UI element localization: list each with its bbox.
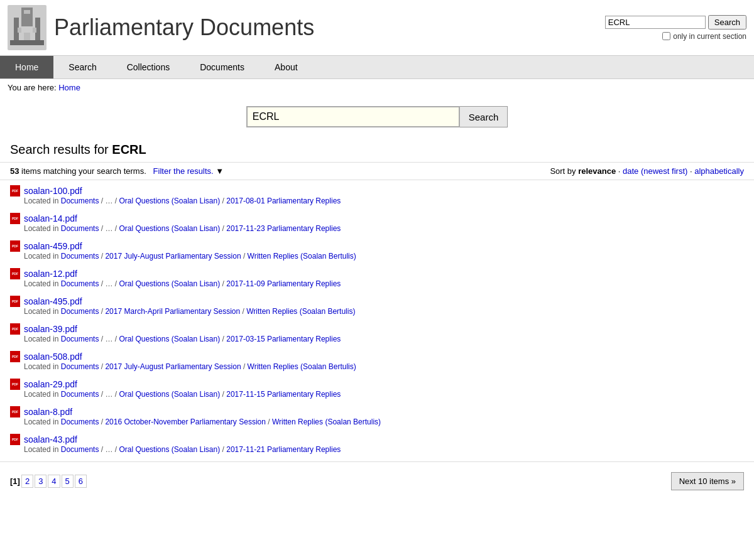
- results-list: soalan-100.pdf Located in Documents / … …: [0, 185, 754, 454]
- result-section-link[interactable]: 2017 March-April Parliamentary Session: [105, 307, 240, 316]
- sort-options: Sort by relevance · date (newest first) …: [550, 166, 744, 176]
- result-sub-link[interactable]: 2017-11-21 Parliamentary Replies: [226, 445, 341, 454]
- result-filename: soalan-14.pdf: [10, 213, 744, 224]
- filter-results-link[interactable]: Filter the results.: [153, 166, 214, 176]
- result-sub-link[interactable]: 2017-11-15 Parliamentary Replies: [226, 390, 341, 399]
- page-5-link[interactable]: 5: [62, 475, 74, 488]
- nav-home[interactable]: Home: [0, 56, 53, 78]
- result-item: soalan-495.pdf Located in Documents / 20…: [10, 296, 744, 316]
- result-documents-link[interactable]: Documents: [61, 362, 99, 371]
- result-filename: soalan-100.pdf: [10, 185, 744, 197]
- nav-documents[interactable]: Documents: [185, 56, 260, 78]
- main-search-input[interactable]: [246, 106, 460, 127]
- filter-left: 53 items matching your search terms. Fil…: [10, 166, 224, 176]
- result-item: soalan-43.pdf Located in Documents / … /…: [10, 434, 744, 454]
- result-location: Located in Documents / … / Oral Question…: [10, 197, 744, 205]
- result-item: soalan-508.pdf Located in Documents / 20…: [10, 351, 744, 371]
- pdf-icon: [10, 213, 20, 224]
- svg-rect-5: [24, 10, 30, 14]
- header-right: Search only in current section: [605, 15, 746, 41]
- current-page: [1]: [10, 477, 20, 486]
- sort-relevance: relevance: [578, 166, 616, 176]
- result-sub-link[interactable]: 2017-03-15 Parliamentary Replies: [226, 335, 341, 343]
- result-file-link[interactable]: soalan-100.pdf: [24, 186, 82, 196]
- result-sub-link[interactable]: Written Replies (Soalan Bertulis): [246, 307, 355, 316]
- result-filename: soalan-29.pdf: [10, 379, 744, 390]
- result-file-link[interactable]: soalan-14.pdf: [24, 213, 77, 223]
- main-search-button[interactable]: Search: [460, 106, 508, 127]
- result-file-link[interactable]: soalan-43.pdf: [24, 434, 77, 444]
- result-file-link[interactable]: soalan-12.pdf: [24, 269, 77, 279]
- result-location: Located in Documents / … / Oral Question…: [10, 224, 744, 233]
- result-file-link[interactable]: soalan-29.pdf: [24, 379, 77, 389]
- breadcrumb-home-link[interactable]: Home: [58, 83, 80, 92]
- result-sub-link[interactable]: 2017-11-23 Parliamentary Replies: [226, 224, 341, 233]
- result-documents-link[interactable]: Documents: [61, 445, 99, 454]
- page-2-link[interactable]: 2: [21, 475, 33, 488]
- results-heading: Search results for ECRL: [0, 132, 754, 162]
- nav-collections[interactable]: Collections: [112, 56, 185, 78]
- pdf-icon: [10, 323, 20, 335]
- result-file-link[interactable]: soalan-459.pdf: [24, 241, 82, 251]
- result-item: soalan-12.pdf Located in Documents / … /…: [10, 268, 744, 288]
- svg-rect-8: [24, 33, 30, 40]
- pdf-icon: [10, 379, 20, 390]
- result-sub-link[interactable]: Written Replies (Soalan Bertulis): [248, 252, 356, 261]
- result-section-link[interactable]: 2017 July-August Parliamentary Session: [105, 362, 241, 371]
- result-section-link[interactable]: Oral Questions (Soalan Lisan): [119, 279, 220, 288]
- top-search-input[interactable]: [605, 16, 706, 29]
- result-location: Located in Documents / 2017 March-April …: [10, 307, 744, 316]
- result-section-link[interactable]: Oral Questions (Soalan Lisan): [119, 224, 220, 233]
- result-documents-link[interactable]: Documents: [61, 197, 99, 205]
- result-sub-link[interactable]: Written Replies (Soalan Bertulis): [248, 362, 356, 371]
- result-section-link[interactable]: 2016 October-November Parliamentary Sess…: [105, 417, 265, 426]
- result-filename: soalan-43.pdf: [10, 434, 744, 445]
- pdf-icon: [10, 268, 20, 279]
- result-sub-link[interactable]: 2017-11-09 Parliamentary Replies: [226, 279, 341, 288]
- svg-rect-7: [33, 28, 36, 33]
- result-location: Located in Documents / 2017 July-August …: [10, 362, 744, 371]
- result-section-link[interactable]: Oral Questions (Soalan Lisan): [119, 197, 220, 205]
- result-item: soalan-29.pdf Located in Documents / … /…: [10, 379, 744, 399]
- sort-alpha-link[interactable]: alphabetically: [694, 166, 744, 176]
- result-documents-link[interactable]: Documents: [61, 252, 99, 261]
- only-section-checkbox[interactable]: [662, 32, 670, 40]
- header: Parliamentary Documents Search only in c…: [0, 0, 754, 56]
- result-location: Located in Documents / … / Oral Question…: [10, 335, 744, 343]
- result-documents-link[interactable]: Documents: [61, 279, 99, 288]
- page-4-link[interactable]: 4: [48, 475, 60, 488]
- result-filename: soalan-39.pdf: [10, 323, 744, 335]
- result-documents-link[interactable]: Documents: [61, 417, 99, 426]
- result-item: soalan-8.pdf Located in Documents / 2016…: [10, 406, 744, 426]
- result-file-link[interactable]: soalan-8.pdf: [24, 407, 72, 417]
- pdf-icon: [10, 240, 20, 252]
- nav-search[interactable]: Search: [53, 56, 111, 78]
- result-documents-link[interactable]: Documents: [61, 307, 99, 316]
- result-sub-link[interactable]: Written Replies (Soalan Bertulis): [272, 417, 381, 426]
- result-item: soalan-459.pdf Located in Documents / 20…: [10, 240, 744, 261]
- result-file-link[interactable]: soalan-508.pdf: [24, 352, 82, 362]
- pdf-icon: [10, 434, 20, 445]
- result-sub-link[interactable]: 2017-08-01 Parliamentary Replies: [226, 197, 341, 205]
- top-search-button[interactable]: Search: [708, 15, 746, 30]
- result-filename: soalan-459.pdf: [10, 240, 744, 252]
- next-items-button[interactable]: Next 10 items »: [671, 472, 744, 490]
- result-section-link[interactable]: Oral Questions (Soalan Lisan): [119, 445, 220, 454]
- result-section-link[interactable]: Oral Questions (Soalan Lisan): [119, 335, 220, 343]
- result-file-link[interactable]: soalan-495.pdf: [24, 296, 82, 306]
- result-section-link[interactable]: 2017 July-August Parliamentary Session: [105, 252, 241, 261]
- result-documents-link[interactable]: Documents: [61, 224, 99, 233]
- sort-date-link[interactable]: date (newest first): [623, 166, 687, 176]
- result-documents-link[interactable]: Documents: [61, 335, 99, 343]
- nav-about[interactable]: About: [260, 56, 313, 78]
- page-6-link[interactable]: 6: [75, 475, 87, 488]
- result-location: Located in Documents / 2017 July-August …: [10, 252, 744, 261]
- result-documents-link[interactable]: Documents: [61, 390, 99, 399]
- page-3-link[interactable]: 3: [35, 475, 46, 488]
- result-file-link[interactable]: soalan-39.pdf: [24, 324, 77, 334]
- result-section-link[interactable]: Oral Questions (Soalan Lisan): [119, 390, 220, 399]
- only-in-section-label[interactable]: only in current section: [662, 32, 746, 41]
- pagination: [1] 2 3 4 5 6 Next 10 items »: [0, 461, 754, 500]
- svg-rect-6: [18, 28, 21, 33]
- pdf-icon: [10, 296, 20, 307]
